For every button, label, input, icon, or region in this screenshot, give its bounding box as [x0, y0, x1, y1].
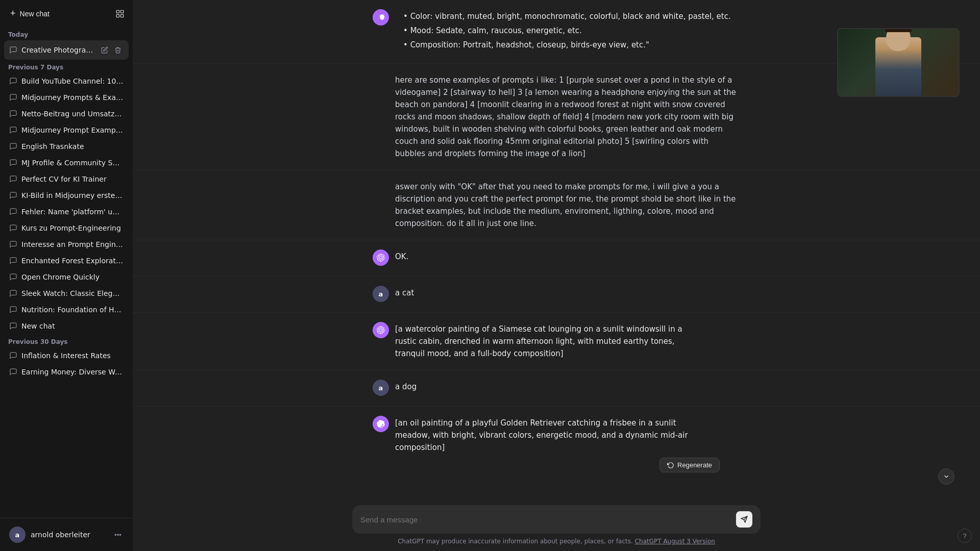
footer-disclaimer-text: ChatGPT may produce inaccurate informati…	[398, 538, 633, 545]
sidebar-item-enchanted[interactable]: Enchanted Forest Exploration	[4, 253, 129, 269]
bullet-composition: • Composition: Portrait, headshot, close…	[403, 39, 740, 51]
message-group-gpt-dog: [an oil painting of a playful Golden Ret…	[352, 407, 761, 481]
message-content-gpt-dog: [an oil painting of a playful Golden Ret…	[395, 415, 696, 454]
delete-chat-button[interactable]	[112, 44, 124, 56]
sidebar-item-open-chrome[interactable]: Open Chrome Quickly	[4, 269, 129, 285]
message-content-context: • Color: vibrant, muted, bright, monochr…	[395, 8, 740, 53]
sidebar-item-new-chat-inner[interactable]: New chat	[4, 318, 129, 334]
message-row-user-cat: a a cat	[373, 285, 740, 302]
sidebar-item-label: New chat	[21, 322, 124, 330]
edit-user-cat-button[interactable]	[729, 287, 740, 298]
help-button[interactable]: ?	[958, 529, 972, 543]
user-initials: a	[15, 531, 20, 539]
user-avatar-cat: a	[373, 286, 389, 302]
gpt-response2-text: [an oil painting of a playful Golden Ret…	[395, 418, 688, 452]
prev7-section-label: Previous 7 Days	[4, 60, 129, 73]
sidebar-item-netto[interactable]: Netto-Beitrag und Umsatzsteu	[4, 106, 129, 122]
sidebar-item-label: Kurs zu Prompt-Engineering	[21, 224, 124, 232]
sidebar-item-midjourney-examples[interactable]: Midjourney Prompt Examples	[4, 122, 129, 138]
user-more-button[interactable]: •••	[112, 529, 124, 541]
today-section-label: Today	[4, 27, 129, 40]
sidebar-item-label: Interesse an Prompt Engineer	[21, 240, 124, 248]
sidebar-list: Today Creative Photography P Previous 7 …	[0, 27, 133, 518]
thumbup-gpt-cat-button[interactable]	[716, 323, 727, 334]
send-button[interactable]	[736, 511, 752, 528]
input-area: ChatGPT may produce inaccurate informati…	[133, 499, 980, 551]
chat-input[interactable]	[360, 515, 732, 524]
sidebar-item-label: Build YouTube Channel: 100k	[21, 77, 124, 85]
thumbdown-ok-button[interactable]	[729, 251, 740, 262]
message-content-instruction: aswer only with "OK" after that you need…	[395, 179, 740, 230]
sidebar-item-label: Netto-Beitrag und Umsatzsteu	[21, 110, 124, 118]
sidebar: + New chat Today Creative Photography P	[0, 0, 133, 551]
sidebar-item-perfect-cv[interactable]: Perfect CV for KI Trainer	[4, 171, 129, 187]
sidebar-item-midjourney-prompts[interactable]: Midjourney Prompts & Examp	[4, 89, 129, 106]
sidebar-item-label: Creative Photography P	[21, 46, 95, 54]
sidebar-item-sleek-watch[interactable]: Sleek Watch: Classic Elegance	[4, 285, 129, 302]
message-content-user-cat: a cat	[395, 285, 723, 299]
sidebar-item-fehler[interactable]: Fehler: Name 'platform' undefi	[4, 204, 129, 220]
sidebar-edit-button[interactable]	[111, 5, 129, 22]
video-thumbnail	[837, 28, 960, 97]
sidebar-item-label: Earning Money: Diverse Ways	[21, 368, 124, 376]
sidebar-item-ki-bild[interactable]: KI-Bild in Midjourney erstellen	[4, 187, 129, 204]
sidebar-item-earning-money[interactable]: Earning Money: Diverse Ways	[4, 364, 129, 380]
sidebar-item-interesse[interactable]: Interesse an Prompt Engineer	[4, 236, 129, 253]
gpt-avatar-ok	[373, 249, 389, 266]
sidebar-item-label: Midjourney Prompt Examples	[21, 126, 124, 134]
svg-rect-4	[707, 255, 711, 259]
video-preview	[838, 29, 959, 96]
regenerate-button[interactable]: Regenerate	[659, 458, 720, 472]
bullet-mood: • Mood: Sedate, calm, raucous, energetic…	[403, 24, 740, 37]
sidebar-item-mj-profile[interactable]: MJ Profile & Community Serve	[4, 155, 129, 171]
sidebar-footer: a arnold oberleiter •••	[0, 518, 133, 551]
edit-chat-button[interactable]	[99, 44, 110, 56]
sidebar-item-label: KI-Bild in Midjourney erstellen	[21, 191, 124, 199]
message-row-instruction: aswer only with "OK" after that you need…	[373, 179, 740, 230]
user-msg2-text: a dog	[395, 382, 416, 391]
sidebar-item-label: Nutrition: Foundation of Health	[21, 306, 124, 314]
scroll-down-button[interactable]	[938, 468, 954, 485]
prev30-section-label: Previous 30 Days	[4, 334, 129, 347]
new-chat-button[interactable]: + New chat	[4, 4, 107, 23]
thumbdown-gpt-cat-button[interactable]	[729, 323, 740, 334]
svg-rect-3	[121, 14, 124, 17]
user-menu-item[interactable]: a arnold oberleiter •••	[4, 522, 129, 547]
message-row-user-dog: a a dog	[373, 379, 740, 396]
svg-rect-5	[707, 328, 711, 332]
svg-rect-1	[121, 10, 124, 13]
copy-gpt-cat-button[interactable]	[702, 323, 714, 334]
sidebar-item-label: Sleek Watch: Classic Elegance	[21, 289, 124, 297]
intro-text: here are some examples of prompts i like…	[395, 76, 736, 158]
message-content-ok: OK.	[395, 248, 696, 263]
message-row-intro: here are some examples of prompts i like…	[373, 72, 740, 160]
message-row-gpt-dog: [an oil painting of a playful Golden Ret…	[373, 415, 740, 454]
copy-gpt-dog-button[interactable]	[702, 417, 714, 428]
sidebar-item-build-youtube[interactable]: Build YouTube Channel: 100k	[4, 73, 129, 89]
ok-response-text: OK.	[395, 252, 408, 261]
thumbup-gpt-dog-button[interactable]	[716, 417, 727, 428]
thumbup-ok-button[interactable]	[716, 251, 727, 262]
sidebar-item-creative-photo[interactable]: Creative Photography P	[4, 40, 129, 60]
plus-icon: +	[10, 8, 16, 19]
user-avatar-dog: a	[373, 380, 389, 396]
footer-link-text: ChatGPT August 3 Version	[635, 538, 715, 545]
thumbdown-gpt-dog-button[interactable]	[729, 417, 740, 428]
sidebar-item-kurs[interactable]: Kurs zu Prompt-Engineering	[4, 220, 129, 236]
message-group-context: • Color: vibrant, muted, bright, monochr…	[352, 0, 761, 63]
message-group-instruction: aswer only with "OK" after that you need…	[352, 170, 761, 240]
message-content-intro: here are some examples of prompts i like…	[395, 72, 740, 160]
svg-rect-6	[707, 421, 711, 425]
sidebar-item-label: Perfect CV for KI Trainer	[21, 175, 124, 183]
sidebar-item-english[interactable]: English Trasnkate	[4, 138, 129, 155]
message-group-gpt-cat: [a watercolor painting of a Siamese cat …	[352, 313, 761, 370]
message-group-user-cat: a a cat	[352, 277, 761, 312]
message-group-ok: OK.	[352, 240, 761, 276]
chatgpt-version-link[interactable]: ChatGPT August 3 Version	[635, 538, 715, 545]
svg-rect-2	[116, 14, 119, 17]
sidebar-item-label: MJ Profile & Community Serve	[21, 159, 124, 167]
sidebar-item-inflation[interactable]: Inflation & Interest Rates	[4, 347, 129, 364]
sidebar-item-nutrition[interactable]: Nutrition: Foundation of Health	[4, 302, 129, 318]
regenerate-label: Regenerate	[677, 461, 712, 469]
copy-ok-button[interactable]	[702, 251, 714, 262]
